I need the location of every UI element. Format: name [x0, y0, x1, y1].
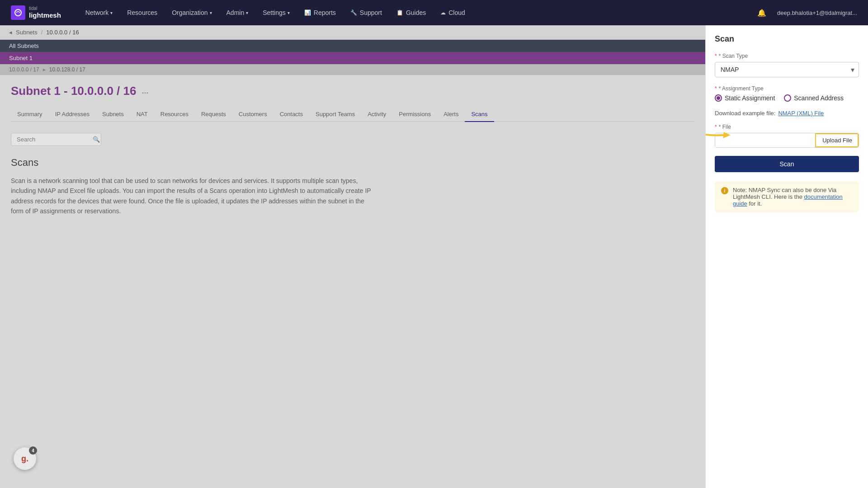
tab-requests[interactable]: Requests — [195, 107, 232, 122]
nav-resources[interactable]: Resources — [121, 6, 164, 19]
subnet-row[interactable]: 10.0.0.0 / 17 ▸ 10.0.128.0 / 17 — [0, 64, 705, 75]
svg-point-0 — [15, 9, 21, 16]
tab-support-teams[interactable]: Support Teams — [309, 107, 361, 122]
nav-network[interactable]: Network ▾ — [79, 6, 119, 19]
top-navigation: tidal lightmesh Network ▾ Resources Orga… — [0, 0, 868, 25]
search-icon: 🔍 — [93, 136, 100, 143]
main-wrapper: ◂ Subnets / 10.0.0.0 / 16 All Subnets Su… — [0, 25, 868, 488]
radio-static-btn — [715, 94, 722, 102]
scan-type-group: * * Scan Type NMAP — [715, 53, 859, 77]
tab-scans[interactable]: Scans — [465, 107, 494, 122]
subnet-tree: All Subnets Subnet 1 10.0.0.0 / 17 ▸ 10.… — [0, 40, 705, 75]
scans-description: Scan is a network scanning tool that can… — [11, 176, 373, 216]
tab-subnets[interactable]: Subnets — [96, 107, 130, 122]
nav-right: 🔔 deep.bhalotia+1@tidalmigrat... — [754, 7, 857, 19]
nav-reports[interactable]: 📊 Reports — [298, 6, 342, 19]
chevron-down-icon: ▾ — [246, 10, 248, 15]
logo-top: tidal — [29, 6, 61, 11]
tab-nat[interactable]: NAT — [130, 107, 154, 122]
tab-alerts[interactable]: Alerts — [437, 107, 465, 122]
tabs: Summary IP Addresses Subnets NAT Resourc… — [11, 107, 694, 122]
nav-cloud[interactable]: ☁ Cloud — [434, 6, 472, 19]
all-subnets-item[interactable]: All Subnets — [0, 40, 705, 52]
nav-admin[interactable]: Admin ▾ — [220, 6, 255, 19]
breadcrumb: ◂ Subnets / 10.0.0.0 / 16 — [0, 25, 705, 40]
info-icon: i — [721, 187, 728, 194]
chevron-down-icon: ▾ — [110, 10, 113, 15]
download-example-link[interactable]: NMAP (XML) File — [778, 110, 824, 117]
file-input-row: Upload File — [715, 133, 859, 148]
download-example-row: Download example file: NMAP (XML) File — [715, 110, 859, 117]
arrow-right-icon: ▸ — [43, 66, 46, 73]
nav-organization[interactable]: Organization ▾ — [165, 6, 218, 19]
tab-resources[interactable]: Resources — [154, 107, 195, 122]
left-content: ◂ Subnets / 10.0.0.0 / 16 All Subnets Su… — [0, 25, 705, 488]
file-text-input[interactable] — [715, 133, 815, 147]
radio-scanned-btn — [784, 94, 791, 102]
guides-icon: 📋 — [396, 9, 403, 16]
page-title: Subnet 1 - 10.0.0.0 / 16 ... — [11, 84, 694, 98]
search-bar: 🔍 — [11, 133, 101, 146]
subnet-range-left: 10.0.0.0 / 17 — [9, 66, 39, 73]
radio-group: Static Assignment Scanned Address — [715, 94, 859, 102]
back-arrow-icon: ◂ — [9, 29, 12, 36]
page-content: Subnet 1 - 10.0.0.0 / 16 ... Summary IP … — [0, 75, 705, 488]
file-label: * * File — [715, 124, 859, 130]
chevron-down-icon: ▾ — [210, 10, 212, 15]
search-input[interactable] — [17, 136, 93, 143]
nav-settings[interactable]: Settings ▾ — [256, 6, 296, 19]
subnet-1-item[interactable]: Subnet 1 — [0, 52, 705, 64]
tab-permissions[interactable]: Permissions — [392, 107, 437, 122]
scan-type-select[interactable]: NMAP — [715, 62, 859, 77]
options-ellipsis[interactable]: ... — [142, 86, 148, 96]
nav-items: Network ▾ Resources Organization ▾ Admin… — [79, 6, 754, 19]
file-group: * * File Upload File — [715, 124, 859, 148]
bell-icon: 🔔 — [757, 9, 766, 17]
subnet-range-right: 10.0.128.0 / 17 — [49, 66, 85, 73]
upload-file-button[interactable]: Upload File — [815, 133, 859, 147]
notification-button[interactable]: 🔔 — [754, 7, 770, 19]
scanned-address-label: Scanned Address — [794, 94, 844, 102]
panel-title: Scan — [715, 34, 859, 44]
note-box: i Note: NMAP Sync can also be done Via L… — [715, 181, 859, 212]
logo-icon — [11, 5, 25, 20]
tab-customers[interactable]: Customers — [232, 107, 274, 122]
breadcrumb-subnets-link[interactable]: Subnets — [16, 29, 38, 36]
g2-badge[interactable]: g. 4 — [14, 447, 36, 470]
note-text: Note: NMAP Sync can also be done Via Lig… — [733, 187, 853, 207]
cloud-icon: ☁ — [440, 9, 446, 16]
chevron-down-icon: ▾ — [288, 10, 290, 15]
assignment-type-label: * * Assignment Type — [715, 85, 859, 92]
user-menu[interactable]: deep.bhalotia+1@tidalmigrat... — [777, 9, 857, 16]
tab-activity[interactable]: Activity — [361, 107, 392, 122]
tab-contacts[interactable]: Contacts — [274, 107, 309, 122]
logo-brand: lightmesh — [29, 11, 61, 19]
radio-scanned-address[interactable]: Scanned Address — [784, 94, 844, 102]
g2-notification-count: 4 — [29, 446, 37, 455]
scan-panel: Scan * * Scan Type NMAP * * Assignment T… — [705, 25, 868, 488]
scans-section-title: Scans — [11, 157, 694, 169]
scan-type-label: * * Scan Type — [715, 53, 859, 59]
breadcrumb-current: 10.0.0.0 / 16 — [46, 29, 79, 36]
tab-summary[interactable]: Summary — [11, 107, 49, 122]
nav-support[interactable]: 🔧 Support — [344, 6, 388, 19]
logo[interactable]: tidal lightmesh — [11, 5, 61, 20]
static-assignment-label: Static Assignment — [725, 94, 775, 102]
support-icon: 🔧 — [350, 9, 357, 16]
scan-button[interactable]: Scan — [715, 156, 859, 172]
breadcrumb-separator: / — [41, 29, 43, 36]
radio-static-assignment[interactable]: Static Assignment — [715, 94, 775, 102]
nav-guides[interactable]: 📋 Guides — [390, 6, 432, 19]
assignment-type-group: * * Assignment Type Static Assignment Sc… — [715, 85, 859, 102]
chart-icon: 📊 — [304, 9, 311, 16]
tab-ip-addresses[interactable]: IP Addresses — [49, 107, 96, 122]
